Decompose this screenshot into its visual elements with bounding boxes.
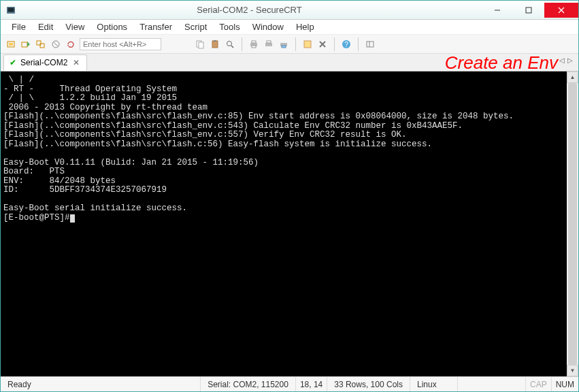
print-screen-icon[interactable] (263, 38, 275, 50)
menu-help[interactable]: Help (291, 20, 320, 33)
window-buttons (482, 3, 578, 18)
svg-point-17 (227, 41, 232, 46)
separator (242, 37, 242, 51)
reconnect-all-icon[interactable] (65, 38, 77, 50)
separator (358, 37, 359, 51)
status-cursor-pos: 18, 14 (296, 377, 327, 391)
reconnect-icon[interactable] (35, 38, 47, 50)
host-input[interactable] (80, 38, 161, 50)
toolbar: ? (1, 35, 578, 54)
scroll-down-icon[interactable]: ▼ (567, 365, 578, 376)
svg-rect-31 (367, 42, 374, 47)
annotation-overlay: Create an Env (445, 52, 558, 74)
menu-view[interactable]: View (60, 20, 90, 33)
log-session-icon[interactable] (278, 38, 290, 50)
toggle-panel-icon[interactable] (364, 38, 376, 50)
status-ready: Ready (1, 377, 201, 391)
status-num: NUM (552, 377, 578, 391)
disconnect-icon[interactable] (50, 38, 62, 50)
terminal-area: \ | / - RT - Thread Operating System / |… (1, 71, 578, 376)
svg-rect-15 (212, 41, 218, 48)
menu-transfer[interactable]: Transfer (134, 20, 178, 33)
svg-rect-14 (199, 42, 203, 48)
svg-rect-25 (282, 46, 286, 48)
app-window: Serial-COM2 - SecureCRT File Edit View O… (0, 0, 579, 392)
svg-rect-8 (22, 42, 27, 47)
svg-text:?: ? (344, 41, 348, 48)
scrollbar[interactable]: ▲ ▼ (567, 71, 578, 376)
tab-next-icon[interactable]: ▷ (566, 56, 574, 64)
menu-edit[interactable]: Edit (33, 20, 59, 33)
print-icon[interactable] (248, 38, 260, 50)
tab-nav: ◁ ▷ (558, 56, 574, 64)
tab-serial-com2[interactable]: ✔ Serial-COM2 ✕ (3, 54, 87, 71)
menu-script[interactable]: Script (179, 20, 212, 33)
svg-rect-21 (252, 46, 256, 48)
menu-tools[interactable]: Tools (214, 20, 245, 33)
connect-icon[interactable] (5, 38, 17, 50)
quick-connect-icon[interactable] (20, 38, 32, 50)
statusbar: Ready Serial: COM2, 115200 18, 14 33 Row… (1, 376, 578, 391)
svg-rect-20 (252, 41, 256, 43)
menu-file[interactable]: File (6, 20, 31, 33)
svg-rect-23 (267, 41, 271, 43)
window-title: Serial-COM2 - SecureCRT (17, 5, 482, 15)
status-term-size: 33 Rows, 100 Cols (327, 377, 410, 391)
status-encoding: Linux (410, 377, 458, 391)
menu-options[interactable]: Options (91, 20, 133, 33)
paste-icon[interactable] (209, 38, 221, 50)
svg-rect-16 (214, 40, 216, 42)
session-options-icon[interactable] (301, 38, 314, 50)
find-icon[interactable] (224, 38, 236, 50)
svg-rect-1 (8, 7, 14, 12)
status-cap: CAP (526, 377, 552, 391)
tab-label: Serial-COM2 (20, 58, 67, 67)
menubar: File Edit View Options Transfer Script T… (1, 20, 578, 35)
svg-line-18 (231, 46, 233, 48)
tools-icon[interactable] (316, 38, 329, 50)
svg-rect-22 (265, 43, 272, 46)
help-icon[interactable]: ? (340, 38, 352, 50)
titlebar: Serial-COM2 - SecureCRT (1, 1, 578, 20)
svg-rect-3 (526, 7, 531, 13)
copy-icon[interactable] (194, 38, 206, 50)
status-spacer (458, 377, 526, 391)
scroll-track[interactable] (567, 83, 578, 365)
svg-line-12 (54, 42, 58, 46)
separator (334, 37, 335, 51)
maximize-button[interactable] (513, 3, 544, 18)
tabbar: ✔ Serial-COM2 ✕ Create an Env ◁ ▷ (1, 54, 578, 71)
scroll-up-icon[interactable]: ▲ (567, 71, 578, 83)
status-serial: Serial: COM2, 115200 (201, 377, 296, 391)
menu-window[interactable]: Window (247, 20, 289, 33)
close-button[interactable] (544, 3, 578, 18)
terminal[interactable]: \ | / - RT - Thread Operating System / |… (1, 71, 567, 376)
tab-close-icon[interactable]: ✕ (71, 58, 81, 67)
separator (295, 37, 296, 51)
app-icon (1, 5, 17, 15)
minimize-button[interactable] (482, 3, 513, 18)
svg-rect-7 (9, 43, 13, 46)
connected-icon: ✔ (10, 58, 16, 67)
scroll-thumb[interactable] (568, 83, 577, 365)
svg-rect-26 (304, 41, 311, 48)
tab-prev-icon[interactable]: ◁ (558, 56, 566, 64)
